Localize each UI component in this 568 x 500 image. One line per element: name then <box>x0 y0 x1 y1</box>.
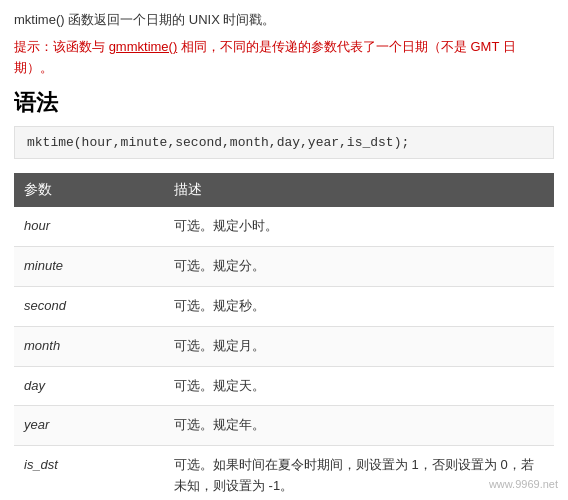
syntax-text: mktime(hour,minute,second,month,day,year… <box>27 135 409 150</box>
description: mktime() 函数返回一个日期的 UNIX 时间戳。 <box>14 10 554 31</box>
param-desc: 可选。规定分。 <box>164 247 554 287</box>
param-desc: 可选。规定天。 <box>164 366 554 406</box>
param-name: month <box>14 326 164 366</box>
params-table: 参数 描述 hour可选。规定小时。minute可选。规定分。second可选。… <box>14 173 554 500</box>
param-name: second <box>14 286 164 326</box>
param-desc: 可选。如果时间在夏令时期间，则设置为 1，否则设置为 0，若未知，则设置为 -1… <box>164 446 554 500</box>
param-desc: 可选。规定月。 <box>164 326 554 366</box>
table-row: hour可选。规定小时。 <box>14 207 554 246</box>
hint-prefix: 提示：该函数与 <box>14 39 109 54</box>
syntax-box: mktime(hour,minute,second,month,day,year… <box>14 126 554 159</box>
param-name: year <box>14 406 164 446</box>
table-row: day可选。规定天。 <box>14 366 554 406</box>
section-title: 语法 <box>14 88 554 118</box>
param-name: hour <box>14 207 164 246</box>
param-name: minute <box>14 247 164 287</box>
param-name: day <box>14 366 164 406</box>
watermark: www.9969.net <box>489 478 558 490</box>
param-desc: 可选。规定小时。 <box>164 207 554 246</box>
table-body: hour可选。规定小时。minute可选。规定分。second可选。规定秒。mo… <box>14 207 554 500</box>
page-content: mktime() 函数返回一个日期的 UNIX 时间戳。 提示：该函数与 gmm… <box>0 0 568 500</box>
table-row: minute可选。规定分。 <box>14 247 554 287</box>
table-row: is_dst可选。如果时间在夏令时期间，则设置为 1，否则设置为 0，若未知，则… <box>14 446 554 500</box>
hint-link[interactable]: gmmktime() <box>109 39 178 54</box>
param-desc: 可选。规定年。 <box>164 406 554 446</box>
table-row: year可选。规定年。 <box>14 406 554 446</box>
table-header-row: 参数 描述 <box>14 173 554 207</box>
col-header-param: 参数 <box>14 173 164 207</box>
param-name: is_dst <box>14 446 164 500</box>
table-row: month可选。规定月。 <box>14 326 554 366</box>
col-header-desc: 描述 <box>164 173 554 207</box>
table-row: second可选。规定秒。 <box>14 286 554 326</box>
param-desc: 可选。规定秒。 <box>164 286 554 326</box>
hint: 提示：该函数与 gmmktime() 相同，不同的是传递的参数代表了一个日期（不… <box>14 37 554 79</box>
